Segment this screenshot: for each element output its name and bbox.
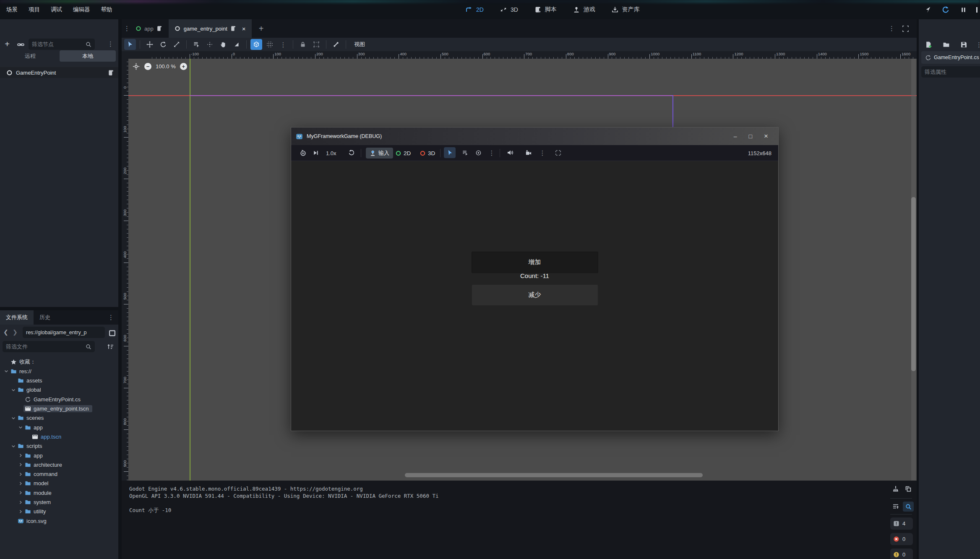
game-camera-button[interactable] (522, 147, 534, 158)
game-select-menu-icon[interactable]: ⋮ (486, 147, 498, 158)
game-debug-window[interactable]: MyGFrameworkGame (DEBUG) – □ × 1.0x 输入 2… (291, 127, 779, 431)
tree-item-game_entry_point.tscn[interactable]: game_entry_point.tscn (0, 404, 136, 413)
edited-object-button[interactable]: GameEntryPoint.cs (921, 51, 980, 64)
chevron-right-icon[interactable] (18, 490, 23, 495)
tree-item-architecture[interactable]: architecture (0, 460, 136, 469)
game-options-menu-icon[interactable]: ⋮ (537, 147, 548, 158)
zoom-out-button[interactable]: − (144, 63, 151, 70)
chevron-right-icon[interactable] (18, 453, 23, 458)
window-minimize-button[interactable]: – (734, 133, 737, 140)
chevron-right-icon[interactable] (18, 500, 23, 505)
workspace-2d-button[interactable]: 2D (459, 0, 490, 19)
workspace-assetlib-button[interactable]: 资产库 (605, 0, 646, 19)
clear-output-icon[interactable] (890, 484, 901, 494)
smart-snap-button[interactable] (250, 39, 262, 50)
scene-tab-game-entry-point[interactable]: game_entry_point × (169, 19, 252, 38)
game-fullscreen-button[interactable] (552, 147, 564, 158)
tree-item-scripts[interactable]: scripts (0, 442, 129, 451)
tree-item-module[interactable]: module (0, 488, 136, 497)
tree-item-command[interactable]: command (0, 470, 136, 479)
remote-toggle[interactable]: 远程 (3, 50, 58, 62)
search-output-icon[interactable] (903, 502, 914, 512)
select-list-button[interactable] (190, 39, 202, 50)
current-path-field[interactable]: res://global/game_entry_p (23, 327, 105, 338)
workspace-game-button[interactable]: 游戏 (567, 0, 601, 19)
game-speed-label[interactable]: 1.0x (326, 145, 336, 161)
restart-game-icon[interactable] (940, 5, 951, 15)
tab-history[interactable]: 历史 (34, 310, 56, 325)
mute-audio-button[interactable] (504, 147, 516, 158)
reset-speed-button[interactable] (346, 147, 357, 158)
suspend-game-button[interactable] (297, 147, 309, 158)
game-select-list-button[interactable] (459, 147, 471, 158)
tree-item-[interactable]: 收藏： (0, 357, 122, 367)
filter-properties-input[interactable]: 筛选属性 (921, 66, 980, 78)
save-resource-icon[interactable] (958, 39, 969, 49)
scene-tree-menu-icon[interactable]: ⋮ (107, 41, 114, 47)
menu-scene[interactable]: 场景 (1, 0, 23, 19)
ruler-tool-button[interactable] (231, 39, 242, 50)
canvas-vscrollbar-thumb[interactable] (911, 197, 916, 371)
scene-tab-app[interactable]: app (129, 19, 169, 38)
zoom-in-button[interactable]: + (180, 63, 187, 70)
group-object-button[interactable] (310, 39, 322, 50)
chevron-down-icon[interactable] (10, 416, 16, 421)
pause-game-icon[interactable] (958, 5, 969, 15)
tree-item-utility[interactable]: utility (0, 507, 136, 516)
scene-tabbar-overflow-icon[interactable]: ⋮ (889, 25, 895, 31)
center-view-icon[interactable] (132, 62, 140, 70)
new-scene-tab-icon[interactable]: + (256, 23, 267, 34)
tree-item-app[interactable]: app (0, 451, 136, 460)
snap-options-menu-icon[interactable]: ⋮ (277, 39, 289, 50)
close-tab-icon[interactable]: × (242, 25, 246, 32)
camera-override-2d[interactable]: 2D (395, 145, 411, 161)
tree-item-assets[interactable]: assets (0, 376, 129, 385)
local-toggle[interactable]: 本地 (60, 50, 116, 62)
error-count-badge[interactable]: 0 (890, 533, 913, 545)
canvas-hscrollbar-thumb[interactable] (405, 473, 703, 477)
menu-debug[interactable]: 调试 (45, 0, 68, 19)
chevron-right-icon[interactable] (18, 472, 23, 477)
chevron-down-icon[interactable] (18, 425, 23, 430)
camera-override-3d[interactable]: 3D (419, 145, 435, 161)
nav-forward-icon[interactable]: ❯ (13, 329, 18, 335)
load-resource-folder-icon[interactable] (941, 39, 951, 49)
chevron-down-icon[interactable] (3, 369, 9, 374)
collapse-duplicates-icon[interactable] (890, 502, 901, 512)
dock-splitter[interactable] (0, 307, 118, 310)
move-tool-button[interactable] (144, 39, 156, 50)
menu-editor[interactable]: 编辑器 (68, 0, 96, 19)
increase-button[interactable]: 增加 (472, 252, 598, 273)
inspector-menu-icon[interactable]: ⋮ (976, 42, 980, 48)
split-mode-icon[interactable] (107, 328, 117, 338)
workspace-3d-button[interactable]: 3D (494, 0, 524, 19)
filesystem-menu-icon[interactable]: ⋮ (108, 314, 114, 320)
view-menu-button[interactable]: 视图 (350, 41, 369, 48)
chevron-right-icon[interactable] (18, 509, 23, 514)
scene-tree-root-node[interactable]: GameEntryPoint (0, 67, 118, 78)
window-close-button[interactable]: × (764, 132, 768, 140)
scale-tool-button[interactable] (171, 39, 182, 50)
warning-count-badge[interactable]: 0 (890, 549, 913, 559)
tree-item-res[interactable]: res:// (0, 367, 122, 376)
filter-nodes-input[interactable]: 筛选节点 (29, 39, 95, 50)
tree-item-global[interactable]: global (0, 385, 129, 395)
open-script-icon[interactable] (107, 69, 114, 76)
tree-item-model[interactable]: model (0, 479, 136, 488)
snap-points-button[interactable] (204, 39, 216, 50)
lock-object-button[interactable] (297, 39, 309, 50)
message-count-badge[interactable]: 4 (890, 517, 913, 530)
tree-item-app[interactable]: app (0, 423, 136, 432)
pan-tool-button[interactable] (217, 39, 229, 50)
nav-back-icon[interactable]: ❮ (3, 329, 8, 335)
game-select-mode-button[interactable] (444, 147, 456, 158)
new-resource-icon[interactable] (923, 39, 934, 49)
sort-files-icon[interactable] (105, 342, 116, 352)
input-mode-toggle[interactable]: 输入 (366, 148, 393, 159)
rotate-tool-button[interactable] (157, 39, 169, 50)
grid-snap-button[interactable] (264, 39, 276, 50)
zoom-level-label[interactable]: 100.0 % (156, 63, 176, 70)
cursor-tool-icon[interactable] (923, 5, 933, 15)
chevron-down-icon[interactable] (10, 444, 16, 449)
workspace-script-button[interactable]: 脚本 (528, 0, 563, 19)
